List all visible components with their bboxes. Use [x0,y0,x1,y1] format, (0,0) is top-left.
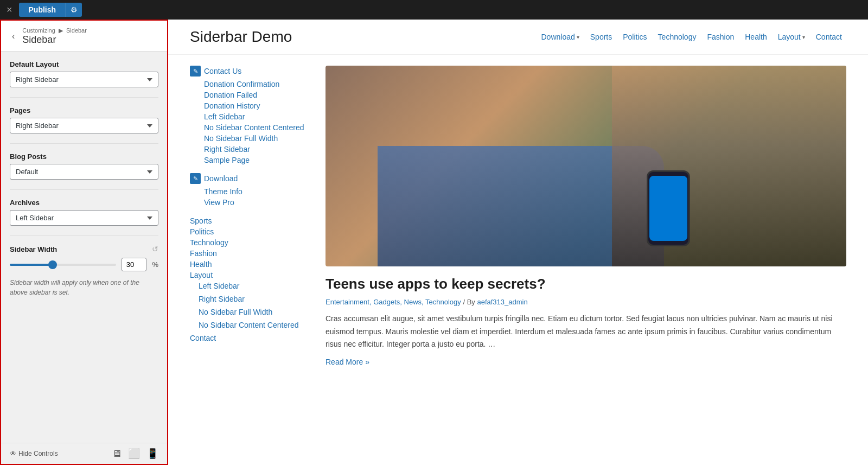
no-sidebar-centered-contact-link[interactable]: No Sidebar Content Centered [204,123,304,132]
slider-track [10,264,116,266]
close-button[interactable]: × [4,5,15,15]
nav-download-chevron: ▾ [577,34,579,40]
pages-section: Pages Right Sidebar Left Sidebar No Side… [10,106,158,133]
panel-header: ‹ Customizing ▶ Sidebar Sidebar [1,21,167,52]
layout-left-sidebar-link[interactable]: Left Sidebar [199,281,309,291]
layout-no-sidebar-centered-link[interactable]: No Sidebar Content Centered [199,320,309,330]
sidebar-nav: ✎ Contact Us Donation Confirmation Donat… [190,66,309,366]
view-pro-link[interactable]: View Pro [204,198,234,207]
sidebar-width-hint: Sidebar width will apply only when one o… [10,278,158,297]
nav-item-health[interactable]: Health [741,30,771,43]
phone-mockup [647,170,690,246]
settings-button[interactable]: ⚙ [66,3,82,17]
list-item: Sample Page [204,156,309,164]
default-layout-label: Default Layout [10,60,158,68]
hide-controls-label: Hide Controls [18,450,58,457]
contact-nav-link[interactable]: Contact [190,333,309,343]
nav-layout-label: Layout [778,33,801,41]
article-meta-by-text: / By [463,298,475,306]
article-author-name: aefaf313_admin [477,298,527,306]
phone-screen [649,176,687,241]
breadcrumb: Customizing ▶ Sidebar [22,27,87,34]
politics-nav-link[interactable]: Politics [190,226,309,237]
nav-item-layout[interactable]: Layout ▾ [774,30,809,43]
left-sidebar-contact-link[interactable]: Left Sidebar [204,112,245,121]
sidebar-width-refresh-icon[interactable]: ↺ [152,245,158,253]
desktop-preview-button[interactable]: 🖥 [112,448,122,460]
blog-posts-section: Blog Posts Default Right Sidebar Left Si… [10,152,158,180]
nav-item-download[interactable]: Download ▾ [537,30,584,43]
no-sidebar-full-contact-link[interactable]: No Sidebar Full Width [204,134,278,143]
read-more-link[interactable]: Read More » [326,358,369,366]
sidebar-nav-contact-section: ✎ Contact Us Donation Confirmation Donat… [190,66,309,164]
right-sidebar-contact-link[interactable]: Right Sidebar [204,145,250,154]
list-item: No Sidebar Content Centered [190,320,309,330]
layout-children: Left Sidebar Right Sidebar No Sidebar Fu… [190,281,309,330]
sample-page-link[interactable]: Sample Page [204,156,250,164]
slider-thumb[interactable] [48,260,57,269]
layout-right-sidebar-link[interactable]: Right Sidebar [199,294,309,304]
list-item: Donation Failed [204,91,309,99]
blog-posts-label: Blog Posts [10,152,158,161]
archives-select[interactable]: Left Sidebar Right Sidebar No Sidebar Co… [10,210,158,226]
pages-label: Pages [10,106,158,114]
sidebar-width-label: Sidebar Width [10,245,57,253]
donation-confirmation-link[interactable]: Donation Confirmation [204,80,279,88]
archives-label: Archives [10,199,158,207]
fashion-nav-link[interactable]: Fashion [190,248,309,259]
pages-select[interactable]: Right Sidebar Left Sidebar No Sidebar Co… [10,118,158,133]
tablet-preview-button[interactable]: ⬜ [128,448,140,460]
panel-content: Default Layout Right Sidebar Left Sideba… [1,52,167,443]
nav-item-fashion[interactable]: Fashion [703,30,738,43]
sidebar-nav-contact-parent: ✎ Contact Us [190,66,309,77]
download-link[interactable]: Download [204,174,238,183]
breadcrumb-arrow: ▶ [59,27,63,34]
download-icon: ✎ [190,173,201,184]
device-preview-icons: 🖥 ⬜ 📱 [112,448,158,460]
customizer-panel: ‹ Customizing ▶ Sidebar Sidebar Default … [0,20,168,465]
default-layout-section: Default Layout Right Sidebar Left Sideba… [10,60,158,87]
nav-item-politics[interactable]: Politics [618,30,651,43]
technology-nav-link[interactable]: Technology [190,237,309,248]
sidebar-width-input[interactable] [122,258,146,271]
article-author-link[interactable]: aefaf313_admin [477,298,527,306]
list-item: Left Sidebar [190,281,309,291]
list-item: No Sidebar Full Width [190,307,309,317]
slider-row: % [10,258,158,271]
hide-controls-button[interactable]: 👁 Hide Controls [10,450,58,457]
sidebar-nav-download-parent: ✎ Download [190,173,309,184]
preview-area: Siderbar Demo Download ▾ Sports Politics… [168,20,868,465]
layout-nav-link[interactable]: Layout [190,270,309,281]
sidebar-nav-download-section: ✎ Download Theme Info View Pro [190,173,309,207]
site-title: Siderbar Demo [190,28,292,46]
donation-history-link[interactable]: Donation History [204,101,260,110]
layout-no-sidebar-full-link[interactable]: No Sidebar Full Width [199,307,309,317]
default-layout-select[interactable]: Right Sidebar Left Sidebar No Sidebar Co… [10,72,158,87]
nav-item-contact[interactable]: Contact [812,30,846,43]
blog-posts-select[interactable]: Default Right Sidebar Left Sidebar No Si… [10,164,158,180]
list-item: Donation History [204,101,309,110]
nav-item-sports[interactable]: Sports [586,30,616,43]
theme-info-link[interactable]: Theme Info [204,187,242,196]
article-title: Teens use apps to keep secrets? [326,275,846,294]
main-layout: ‹ Customizing ▶ Sidebar Sidebar Default … [0,20,868,465]
contact-us-children: Donation Confirmation Donation Failed Do… [190,80,309,164]
list-item: Left Sidebar [204,112,309,121]
article-image [326,66,846,266]
nav-item-technology[interactable]: Technology [654,30,701,43]
contact-us-link[interactable]: Contact Us [204,67,241,75]
mobile-preview-button[interactable]: 📱 [146,448,158,460]
list-item: Theme Info [204,187,309,196]
back-button[interactable]: ‹ [10,31,17,41]
list-item: Donation Confirmation [204,80,309,88]
list-item: View Pro [204,198,309,207]
contact-us-icon: ✎ [190,66,201,77]
publish-group: Publish ⚙ [19,3,82,17]
health-nav-link[interactable]: Health [190,259,309,270]
donation-failed-link[interactable]: Donation Failed [204,91,257,99]
nav-download-label: Download [541,33,575,41]
article-category-link[interactable]: Entertainment, Gadgets, News, Technology [326,298,461,306]
sports-nav-link[interactable]: Sports [190,215,309,226]
slider-fill [10,264,53,266]
publish-button[interactable]: Publish [19,3,66,17]
